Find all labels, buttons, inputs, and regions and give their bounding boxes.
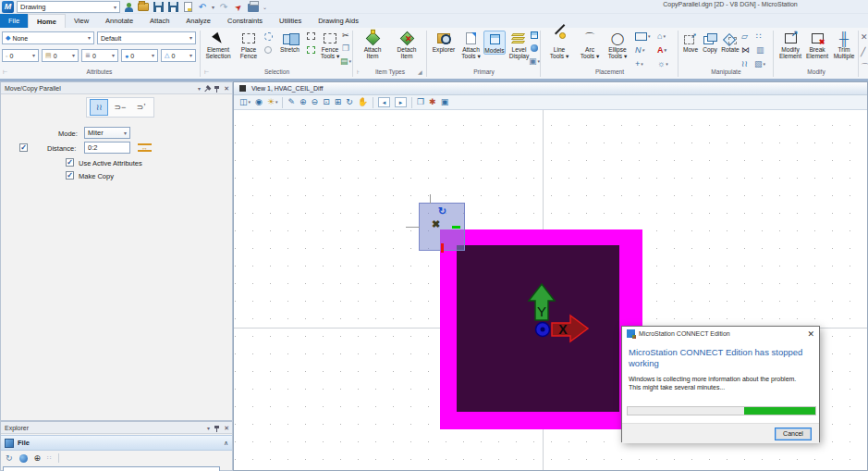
zoom-out-icon[interactable]: ⊖ — [312, 98, 319, 106]
tab-analyze[interactable]: Analyze — [177, 14, 219, 28]
pan-view-icon[interactable]: ✋ — [358, 98, 368, 106]
raster-manager-icon[interactable] — [531, 44, 538, 52]
element-selection-button[interactable]: Element Selection — [202, 31, 234, 59]
element-style-combobox[interactable]: Default ▾ — [97, 31, 196, 44]
update-view-icon[interactable]: ✎ — [287, 98, 295, 106]
rotate-button[interactable]: Rotate — [720, 31, 740, 53]
browse-icon[interactable] — [19, 454, 28, 463]
vertex-handle-red[interactable] — [441, 243, 444, 253]
tab-view[interactable]: View — [66, 14, 97, 28]
make-copy-checkbox[interactable]: ✓ — [66, 171, 74, 180]
mode-miter-toggle[interactable]: ≀≀ — [90, 99, 108, 116]
copy-view-icon[interactable]: ❐ — [417, 98, 424, 106]
clip-volume-icon[interactable]: ✱ — [429, 98, 436, 106]
pin-icon[interactable]: ➤ — [231, 0, 247, 15]
place-cell-icon[interactable]: ☼▾ — [657, 60, 668, 68]
auto-hide-pin-icon[interactable] — [203, 84, 212, 93]
print-icon[interactable] — [248, 2, 259, 13]
trim-multiple-button[interactable]: ╫ Trim Multiple — [831, 31, 857, 59]
view-attributes-icon[interactable]: ◫▾ — [239, 98, 251, 106]
save-icon[interactable] — [153, 2, 164, 13]
use-active-attributes-checkbox[interactable]: ✓ — [66, 158, 74, 167]
stretch-button[interactable]: Stretch — [275, 31, 305, 53]
place-text-icon[interactable]: A▾ — [657, 46, 666, 55]
select-none-icon[interactable] — [264, 46, 272, 54]
select-by-circle-icon[interactable] — [264, 32, 273, 41]
zoom-in-icon[interactable]: ⊕ — [300, 98, 307, 106]
level-manager-icon[interactable]: ▣▾ — [529, 57, 540, 66]
tab-attach[interactable]: Attach — [141, 14, 177, 28]
display-style-icon[interactable]: ◉ — [255, 98, 263, 106]
undo-chevron-icon[interactable]: ▾ — [212, 5, 214, 10]
panel-menu-icon[interactable]: ▾ — [207, 426, 210, 431]
measure-distance-icon[interactable]: ↔ — [138, 143, 152, 152]
selection-handle-box[interactable]: ↻ ✖ — [419, 203, 465, 251]
fence-clip-icon[interactable] — [307, 32, 315, 40]
cut-icon[interactable]: ✂ — [342, 31, 349, 40]
undo-icon[interactable]: ↶ — [197, 2, 208, 13]
ellipse-tools-button[interactable]: ◯ Ellipse Tools ▾ — [604, 31, 631, 59]
move-parallel-group-icon[interactable]: ▱ — [741, 32, 748, 41]
view-titlebar[interactable]: View 1, HVAC_CEIL_Diff — [234, 82, 867, 95]
open-file-icon[interactable] — [138, 2, 149, 13]
tab-file[interactable]: File — [0, 14, 28, 28]
user-preferences-icon[interactable] — [123, 2, 134, 13]
active-color-combobox[interactable]: ▤ 0 ▾ — [42, 49, 79, 62]
mode-original-toggle[interactable]: ⊃− — [111, 99, 129, 116]
fence-tools-button[interactable]: Fence Tools ▾ — [319, 31, 341, 59]
view-previous-icon[interactable]: ◂ — [378, 97, 390, 107]
line-tools-button[interactable]: Line Tools ▾ — [545, 31, 573, 59]
rotate-handle-icon[interactable]: ↻ — [438, 205, 446, 217]
attach-tools-button[interactable]: Attach Tools ▾ — [459, 31, 483, 59]
rotate-view-icon[interactable]: ↻ — [346, 98, 353, 106]
active-transparency-combobox[interactable]: △ 0 ▾ — [161, 49, 196, 62]
move-button[interactable]: Move — [681, 31, 700, 53]
close-icon[interactable]: ✕ — [807, 329, 814, 339]
tab-utilities[interactable]: Utilities — [271, 14, 310, 28]
array-icon[interactable]: ∷ — [756, 32, 762, 41]
details-view-icon[interactable]: ∷ — [47, 454, 51, 462]
explorer-button[interactable]: Explorer — [430, 31, 458, 53]
distance-input[interactable] — [84, 142, 130, 154]
place-shape-icon[interactable]: ⌂▾ — [657, 32, 666, 41]
crash-dialog-titlebar[interactable]: MicroStation CONNECT Edition ✕ — [622, 327, 819, 341]
mode-dropdown[interactable]: Miter ▾ — [84, 127, 130, 139]
drop-element-icon[interactable]: ▧▾ — [754, 60, 765, 68]
fillet-icon[interactable]: ⌒ — [861, 63, 868, 71]
explorer-titlebar[interactable]: Explorer ▾ ✕ — [1, 422, 232, 434]
active-linestyle-combobox[interactable]: ≣ 0 ▾ — [81, 49, 118, 62]
close-icon[interactable]: ✕ — [224, 82, 229, 94]
active-template-combobox[interactable]: ◆ None ▾ — [2, 31, 94, 44]
place-point-icon[interactable]: +▾ — [635, 60, 643, 68]
copy-button[interactable]: Copy — [701, 31, 719, 53]
explorer-file-section-header[interactable]: File ∧ — [1, 435, 232, 451]
refresh-icon[interactable]: ↻ — [6, 453, 13, 463]
tab-annotate[interactable]: Annotate — [97, 14, 141, 28]
tab-home[interactable]: Home — [28, 14, 66, 28]
window-area-icon[interactable]: ⊡ — [323, 98, 330, 106]
tool-settings-titlebar[interactable]: Move/Copy Parallel ▾ ✕ — [1, 82, 232, 94]
cancel-button[interactable]: Cancel — [775, 428, 812, 440]
tab-constraints[interactable]: Constraints — [219, 14, 271, 28]
pin-icon[interactable] — [214, 425, 219, 432]
extend-line-icon[interactable]: ╱ — [861, 48, 865, 56]
fit-view-icon[interactable]: ⊞ — [335, 98, 342, 106]
active-level-combobox[interactable]: ▫ 0 ▾ — [2, 49, 39, 62]
redo-icon[interactable]: ↷ — [218, 2, 229, 13]
attach-item-button[interactable]: Attach Item — [357, 31, 388, 59]
active-weight-combobox[interactable]: ● 0 ▾ — [121, 49, 158, 62]
search-icon[interactable]: ⊕ — [34, 453, 42, 463]
adjust-brightness-icon[interactable]: ☀▾ — [267, 98, 278, 106]
distance-checkbox[interactable]: ✓ — [19, 143, 28, 152]
save-settings-icon[interactable] — [167, 2, 178, 13]
align-icon[interactable]: ▥ — [756, 46, 764, 55]
paste-icon[interactable]: ▤▾ — [340, 57, 351, 66]
tab-drawing-aids[interactable]: Drawing Aids — [310, 14, 367, 28]
place-smartline-icon[interactable]: N▾ — [635, 46, 644, 55]
references-icon[interactable] — [531, 31, 538, 39]
compress-file-icon[interactable] — [182, 2, 193, 13]
trim-to-intersection-icon[interactable]: ✕ — [861, 33, 868, 42]
arc-tools-button[interactable]: ⌒ Arc Tools ▾ — [577, 31, 603, 59]
place-block-icon[interactable]: ▾ — [635, 32, 651, 41]
copy-clipboard-icon[interactable]: ❐ — [342, 44, 349, 53]
